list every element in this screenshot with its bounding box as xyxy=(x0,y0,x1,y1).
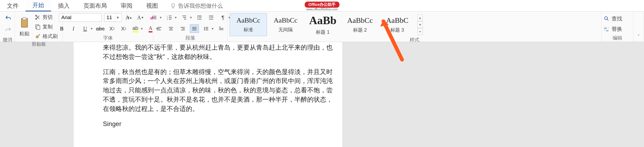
group-label-styles: 样式 xyxy=(230,36,599,43)
svg-rect-43 xyxy=(206,30,208,30)
text-direction-button[interactable]: ¶ xyxy=(218,13,227,22)
font-size-combo[interactable]: ▼ xyxy=(104,13,122,22)
svg-rect-18 xyxy=(169,19,172,19)
svg-rect-46 xyxy=(219,29,223,30)
paragraph-text: Singer xyxy=(103,119,334,129)
svg-point-47 xyxy=(605,17,608,20)
svg-rect-45 xyxy=(219,28,223,29)
multilevel-list-button[interactable] xyxy=(180,13,189,22)
paragraph-text: 来得悲凉。我的不远千里，要从杭州赶上青岛，更要从青岛赶上北平来的理由，也不过想饱… xyxy=(103,43,334,62)
find-button[interactable]: 查找 xyxy=(604,15,622,22)
lightbulb-icon xyxy=(170,3,176,9)
chevron-down-icon[interactable]: ▼ xyxy=(174,16,177,19)
svg-rect-38 xyxy=(192,28,196,29)
svg-rect-35 xyxy=(182,28,185,29)
chevron-down-icon[interactable]: ▼ xyxy=(417,21,423,28)
align-right-button[interactable] xyxy=(178,24,187,33)
svg-rect-29 xyxy=(157,28,160,29)
undo-button[interactable] xyxy=(5,15,12,23)
svg-rect-33 xyxy=(169,30,173,30)
style-normal[interactable]: AaBbCc 标准 xyxy=(230,13,267,36)
paragraph-text: 江南，秋当然也是有的；但草木雕得慢，空气来得润，天的颜色显得淡，并且又时常多雨而… xyxy=(103,67,334,114)
svg-rect-42 xyxy=(206,28,208,29)
svg-rect-21 xyxy=(184,19,186,19)
svg-rect-5 xyxy=(37,26,40,29)
tab-insert[interactable]: 插入 xyxy=(51,0,77,11)
italic-button[interactable]: I xyxy=(69,24,78,33)
tab-view[interactable]: 视图 xyxy=(139,0,165,11)
highlight-button[interactable]: ab xyxy=(131,24,140,33)
align-center-button[interactable] xyxy=(166,24,175,33)
svg-point-9 xyxy=(152,17,153,18)
paste-button[interactable]: 粘贴 xyxy=(17,15,32,38)
cut-button[interactable]: 剪切 xyxy=(34,13,59,21)
ribbon-collapse-button[interactable]: ˅ xyxy=(637,34,640,41)
replace-button[interactable]: abac 替换 xyxy=(604,25,622,33)
chevron-down-icon[interactable]: ▼ xyxy=(115,14,120,21)
svg-rect-41 xyxy=(206,27,208,28)
paste-label: 粘贴 xyxy=(19,30,30,37)
style-heading1[interactable]: AaBb 标题 1 xyxy=(304,13,341,36)
align-left-button[interactable] xyxy=(155,24,164,33)
svg-rect-19 xyxy=(182,16,186,16)
document-page[interactable]: 来得悲凉。我的不远千里，要从杭州赶上青岛，更要从青岛赶上北平来的理由，也不过想饱… xyxy=(74,42,342,147)
chevron-down-icon[interactable]: ▼ xyxy=(90,27,93,30)
numbering-button[interactable]: 123 xyxy=(165,13,174,22)
grow-font-button[interactable]: A▲ xyxy=(124,13,133,22)
decrease-indent-button[interactable] xyxy=(195,13,204,22)
style-heading2[interactable]: AaBbCc 标题 2 xyxy=(341,13,379,36)
strikethrough-button[interactable]: abc xyxy=(96,24,105,33)
superscript-button[interactable]: X2 xyxy=(119,24,128,33)
svg-rect-20 xyxy=(183,17,186,18)
justify-button[interactable] xyxy=(190,24,199,33)
svg-rect-32 xyxy=(170,28,172,29)
chevron-down-icon[interactable]: ▼ xyxy=(159,16,162,19)
brush-icon xyxy=(35,33,41,40)
bold-button[interactable]: B xyxy=(57,24,66,33)
tell-me-search[interactable]: 告诉我你想做什么 xyxy=(165,0,223,11)
replace-icon: abac xyxy=(604,26,609,32)
font-size-input[interactable] xyxy=(104,15,115,20)
svg-rect-36 xyxy=(181,30,185,30)
svg-rect-23 xyxy=(199,17,202,18)
svg-rect-26 xyxy=(211,17,213,18)
tell-me-label: 告诉我你想做什么 xyxy=(178,2,223,10)
underline-button[interactable]: U xyxy=(81,24,90,33)
svg-rect-39 xyxy=(192,30,196,30)
page-gutter-right xyxy=(342,42,644,147)
subscript-button[interactable]: X2 xyxy=(107,24,116,33)
page-gutter-left xyxy=(0,42,74,147)
redo-button[interactable] xyxy=(5,27,12,34)
svg-rect-10 xyxy=(154,17,156,18)
scissors-icon xyxy=(35,14,41,20)
special-indent-button[interactable] xyxy=(217,24,226,33)
clipboard-icon xyxy=(19,16,30,29)
svg-text:ac: ac xyxy=(606,29,609,32)
style-heading3[interactable]: AaBbC 标题 3 xyxy=(379,13,416,36)
shrink-font-button[interactable]: A▼ xyxy=(136,13,145,22)
chevron-down-icon[interactable]: ▼ xyxy=(190,16,193,19)
increase-indent-button[interactable] xyxy=(207,13,216,22)
font-name-combo[interactable]: ▼ xyxy=(59,13,102,22)
chevron-up-icon[interactable]: ▲ xyxy=(417,14,423,21)
styles-gallery-more[interactable]: ▲ ▼ ▾ xyxy=(417,14,423,35)
svg-rect-34 xyxy=(181,27,185,28)
svg-text:3: 3 xyxy=(167,19,168,20)
svg-rect-25 xyxy=(209,16,213,16)
chevron-down-icon[interactable]: ▼ xyxy=(140,27,143,30)
format-painter-button[interactable]: 格式刷 xyxy=(34,32,59,40)
line-spacing-button[interactable] xyxy=(202,24,211,33)
tab-layout[interactable]: 页面布局 xyxy=(77,0,114,11)
style-no-spacing[interactable]: AaBbCc 无间隔 xyxy=(267,13,304,36)
tab-file[interactable]: 文件 xyxy=(0,0,26,11)
bullets-button[interactable] xyxy=(150,13,159,22)
svg-rect-16 xyxy=(169,17,172,18)
search-icon xyxy=(604,16,609,21)
expand-icon[interactable]: ▾ xyxy=(417,28,423,35)
copy-button[interactable]: 复制 xyxy=(34,23,59,31)
svg-rect-8 xyxy=(154,16,156,16)
chevron-down-icon[interactable]: ▼ xyxy=(211,27,214,30)
tab-home[interactable]: 开始 xyxy=(26,0,51,11)
svg-rect-12 xyxy=(154,19,156,19)
tab-review[interactable]: 审阅 xyxy=(114,0,139,11)
